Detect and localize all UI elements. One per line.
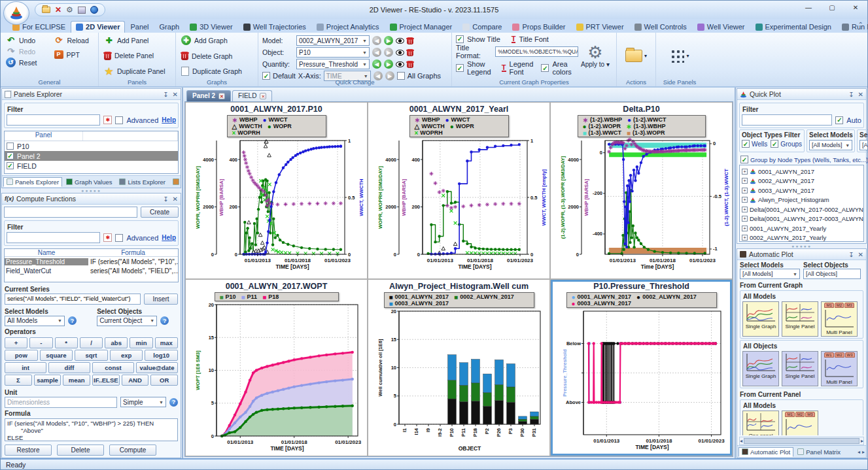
tree-expand-icon[interactable]: + (742, 216, 748, 222)
help-circle-icon[interactable]: ? (160, 316, 169, 325)
quantity-next-button[interactable]: ▶ (384, 59, 393, 69)
group-by-node-types-checkbox[interactable]: ✓ (740, 156, 748, 163)
model-next-button[interactable]: ▶ (384, 36, 393, 45)
help-circle-icon[interactable]: ? (169, 398, 178, 407)
close-panel-icon[interactable]: ✕ (173, 91, 178, 98)
graph-cell-selected[interactable]: P10.Pressure_Threshold●0001_ALWYN_2017●0… (550, 279, 733, 456)
panel-visible-checkbox[interactable] (7, 143, 14, 150)
model-combobox[interactable]: 0002_ALWYN_2017▼ (296, 35, 370, 46)
operator-button-abs[interactable]: abs (105, 337, 128, 348)
quantity-prev-button[interactable]: ◀ (372, 59, 381, 69)
operator-button-min[interactable]: min (130, 337, 152, 348)
apply-to-button[interactable]: ⚙ Apply to ▾ (578, 35, 612, 76)
function-row[interactable]: Field_WaterCutseries("All Models", "FIEL… (5, 266, 178, 275)
pin-icon[interactable]: ↧ (163, 195, 168, 203)
operator-button--[interactable]: / (80, 337, 103, 348)
panel-list-item[interactable]: ✓Panel 2 (5, 151, 178, 161)
tab-panel-matrix[interactable]: Panel Matrix (794, 447, 844, 457)
graph-cell[interactable]: 0001_ALWYN_2017.P10∗WBHP●WWCT△WWCTH●WOPR… (185, 102, 368, 279)
operator-button--[interactable]: + (5, 337, 27, 348)
redo-button[interactable]: ↷Redo (5, 46, 46, 57)
tree-item[interactable]: +Delta(0001_ALWYN_2017-0002_ALWYN_2017) (740, 205, 863, 214)
duplicate-graph-button[interactable]: Duplicate Graph (180, 66, 254, 76)
panel-list-item[interactable]: P10 (5, 141, 178, 151)
tab-automatic-plot[interactable]: Automatic Plot (738, 447, 793, 457)
tab-panels-explorer[interactable]: Panels Explorer (3, 177, 62, 187)
tree-expand-icon[interactable]: + (742, 169, 748, 175)
tab-project-manager[interactable]: Project Manager (385, 21, 458, 33)
pin-icon[interactable]: ↧ (848, 251, 854, 258)
tree-expand-icon[interactable]: + (742, 207, 748, 212)
show-legend-checkbox[interactable]: ✓ (456, 64, 464, 72)
operator-button-and[interactable]: AND (122, 375, 149, 386)
tree-expand-icon[interactable]: + (742, 188, 748, 193)
ribbon-collapse-icon[interactable]: ⌃ (858, 21, 863, 28)
reload-button[interactable]: ⟳Reload (53, 35, 95, 46)
delete-icon[interactable]: ✕ (55, 6, 61, 14)
graph-cell[interactable]: 0001_ALWYN_2017_Yearl∗WBHP●WWCT△WWCTH●WO… (368, 102, 550, 279)
add-panel-button[interactable]: ✚Add Panel (103, 35, 171, 46)
current-series-input[interactable] (5, 294, 141, 305)
settings-gear-icon[interactable]: ⚙ (66, 6, 73, 14)
tab-graph-values[interactable]: Graph Values (63, 177, 115, 187)
tree-item[interactable]: +Alwyn_Project_Histogram (740, 195, 863, 205)
tree-expand-icon[interactable]: + (742, 178, 748, 184)
tab-props-builder[interactable]: Props Builder (507, 21, 570, 33)
tab-terminal[interactable]: Ter (169, 177, 181, 187)
select-models-combobox[interactable]: All Models▼ (5, 316, 65, 326)
tab-3d-viewer[interactable]: 3D Viewer (184, 21, 238, 33)
ppt-button[interactable]: PPPT (53, 50, 95, 59)
reload-view-icon[interactable] (90, 6, 98, 14)
operator-button-if-else[interactable]: IF..ELSE (92, 375, 120, 386)
groups-checkbox[interactable]: ✓ (771, 140, 778, 148)
add-graph-button[interactable]: ✚Add Graph (180, 35, 254, 46)
app-logo-icon[interactable] (3, 1, 29, 25)
object-next-button[interactable]: ▶ (384, 48, 393, 57)
quick-plot-filter-input[interactable] (742, 114, 832, 126)
tab-project-analytics[interactable]: Project Analytics (311, 21, 385, 33)
operator-button-pow[interactable]: pow (5, 350, 38, 361)
auto-checkbox[interactable]: ✓ (835, 116, 843, 124)
delete-graph-button[interactable]: Delete Graph (180, 51, 254, 61)
open-file-icon[interactable] (42, 7, 50, 13)
graph-cell[interactable]: 0001_ALWYN_2017.WOPT■P10■P11■P1801/01/20… (185, 279, 368, 456)
new-function-name-input[interactable] (4, 207, 137, 218)
snapshot-icon[interactable] (78, 7, 86, 14)
tab-experimental-design[interactable]: Experimental Design (750, 21, 837, 33)
tree-item[interactable]: +0002_ALWYN_2017 (740, 176, 863, 186)
tabs-scroll-left-icon[interactable]: ◂ (858, 449, 860, 455)
close-button[interactable]: ✕ (844, 1, 867, 14)
compute-button[interactable]: Compute (109, 445, 156, 456)
model-prev-button[interactable]: ◀ (372, 36, 381, 45)
auto-plot-objects-combobox[interactable]: [All Objects] (803, 269, 861, 279)
quantity-delete-icon[interactable] (407, 61, 413, 68)
minimize-button[interactable]: — (797, 1, 820, 14)
quantity-visibility-icon[interactable] (396, 61, 404, 67)
plot-template-single-panel[interactable]: Single Panel (782, 351, 818, 386)
tree-item[interactable]: +0002_ALWYN_2017_Yearly (740, 233, 863, 243)
close-panel-icon[interactable]: ✕ (858, 251, 863, 258)
plot-template-multi-panel[interactable]: M1M2M3Multi Panel (821, 301, 858, 337)
operator-button-log10[interactable]: log10 (145, 350, 178, 361)
tabs-scroll-right-icon[interactable]: ▸ (862, 449, 865, 455)
operator-button--[interactable]: * (55, 337, 78, 348)
pin-icon[interactable]: ↧ (163, 91, 168, 98)
panel-list-item[interactable]: ✓FIELD (5, 161, 178, 171)
panel-splitter[interactable]: ●●●●● (736, 244, 867, 248)
graph-cell[interactable]: Alwyn_Project_Histogram.Well cum■0001_AL… (368, 279, 550, 456)
tree-expand-icon[interactable]: + (742, 197, 748, 203)
quantity-combobox[interactable]: Pressure_Threshold▼ (296, 59, 370, 69)
delete-button[interactable]: Delete (57, 445, 104, 456)
operator-button-or[interactable]: OR (150, 375, 178, 386)
operator-button-diff[interactable]: diff (48, 362, 90, 373)
tab-well-controls[interactable]: Well Controls (629, 21, 692, 33)
tab-well-viewer[interactable]: Well Viewer (692, 21, 750, 33)
panels-filter-input[interactable] (7, 114, 100, 126)
actions-button[interactable]: ▾ (625, 35, 647, 76)
operator-button-square[interactable]: square (40, 350, 73, 361)
plot-template-single-graph[interactable]: Single Graph (742, 301, 779, 337)
object-delete-icon[interactable] (407, 49, 413, 56)
plot-template-multi-panel[interactable]: W1W2W3Multi Panel (821, 351, 858, 386)
pin-icon[interactable]: ↧ (848, 91, 854, 98)
insert-series-button[interactable]: Insert (144, 294, 178, 305)
